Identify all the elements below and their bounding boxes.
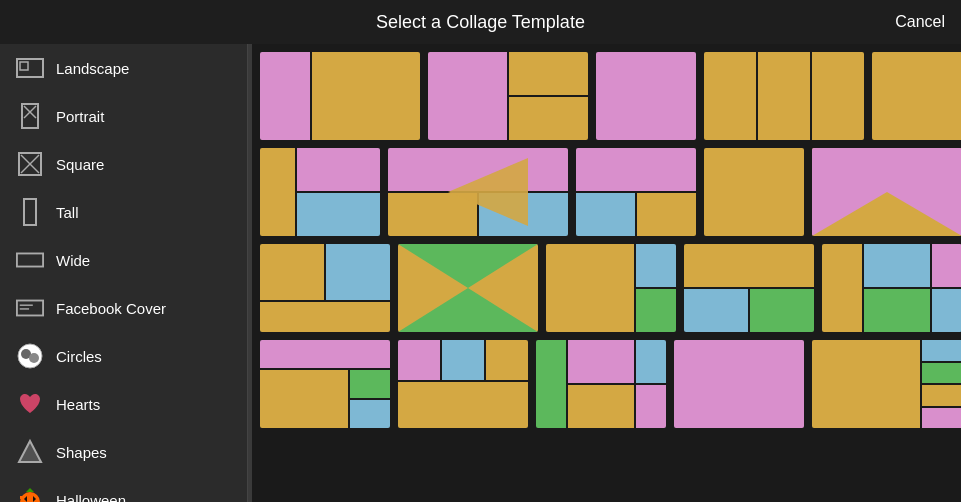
sidebar-item-wide[interactable]: Wide [0, 236, 247, 284]
sidebar-item-hearts[interactable]: Hearts [0, 380, 247, 428]
main-layout: Landscape Portrait Square [0, 44, 961, 502]
template-card[interactable] [260, 52, 420, 140]
sidebar-item-portrait[interactable]: Portrait [0, 92, 247, 140]
sidebar-item-circles[interactable]: Circles [0, 332, 247, 380]
sidebar-item-facebook[interactable]: Facebook Cover [0, 284, 247, 332]
portrait-icon [16, 102, 44, 130]
template-row-3 [260, 244, 953, 332]
facebook-cover-icon [16, 294, 44, 322]
template-card[interactable] [428, 52, 588, 140]
template-card[interactable] [260, 340, 390, 428]
svg-point-15 [29, 353, 39, 363]
sidebar-label-halloween: Halloween [56, 492, 126, 503]
template-card[interactable] [812, 340, 961, 428]
template-card[interactable] [872, 52, 961, 140]
template-card[interactable] [674, 340, 804, 428]
wide-icon [16, 246, 44, 274]
tall-icon [16, 198, 44, 226]
dialog-title: Select a Collage Template [376, 12, 585, 33]
sidebar-label-wide: Wide [56, 252, 90, 269]
sidebar-label-circles: Circles [56, 348, 102, 365]
template-card[interactable] [684, 244, 814, 332]
template-card[interactable] [260, 148, 380, 236]
sidebar-label-facebook: Facebook Cover [56, 300, 166, 317]
svg-rect-8 [24, 199, 36, 225]
sidebar-item-landscape[interactable]: Landscape [0, 44, 247, 92]
svg-rect-1 [20, 62, 28, 70]
circles-icon [16, 342, 44, 370]
square-icon [16, 150, 44, 178]
svg-marker-19 [26, 488, 34, 492]
template-card[interactable] [260, 244, 390, 332]
template-card[interactable] [388, 148, 568, 236]
sidebar-label-landscape: Landscape [56, 60, 129, 77]
cancel-button[interactable]: Cancel [895, 13, 945, 31]
template-card[interactable] [398, 244, 538, 332]
template-row-2 [260, 148, 953, 236]
template-card[interactable] [596, 52, 696, 140]
svg-rect-9 [17, 253, 43, 266]
template-card[interactable] [576, 148, 696, 236]
halloween-icon [16, 486, 44, 502]
hearts-icon [16, 390, 44, 418]
template-content[interactable] [252, 44, 961, 502]
template-card[interactable] [704, 148, 804, 236]
template-card[interactable] [546, 244, 676, 332]
template-card[interactable] [704, 52, 864, 140]
template-row-4 [260, 340, 953, 428]
svg-marker-17 [19, 441, 41, 462]
shapes-icon [16, 438, 44, 466]
sidebar-label-tall: Tall [56, 204, 79, 221]
template-card[interactable] [536, 340, 666, 428]
header: Select a Collage Template Cancel [0, 0, 961, 44]
sidebar-item-square[interactable]: Square [0, 140, 247, 188]
svg-rect-20 [20, 496, 24, 499]
svg-marker-34 [398, 288, 538, 332]
svg-marker-33 [398, 244, 538, 288]
sidebar-item-shapes[interactable]: Shapes [0, 428, 247, 476]
template-card[interactable] [398, 340, 528, 428]
sidebar-item-tall[interactable]: Tall [0, 188, 247, 236]
svg-marker-32 [812, 148, 961, 236]
template-row-1 [260, 52, 953, 140]
landscape-icon [16, 54, 44, 82]
sidebar-label-shapes: Shapes [56, 444, 107, 461]
sidebar-label-square: Square [56, 156, 104, 173]
template-card[interactable] [812, 148, 961, 236]
sidebar: Landscape Portrait Square [0, 44, 248, 502]
sidebar-item-halloween[interactable]: Halloween [0, 476, 247, 502]
svg-rect-10 [17, 301, 43, 316]
svg-rect-2 [22, 104, 38, 128]
sidebar-label-portrait: Portrait [56, 108, 104, 125]
template-card[interactable] [822, 244, 961, 332]
sidebar-label-hearts: Hearts [56, 396, 100, 413]
